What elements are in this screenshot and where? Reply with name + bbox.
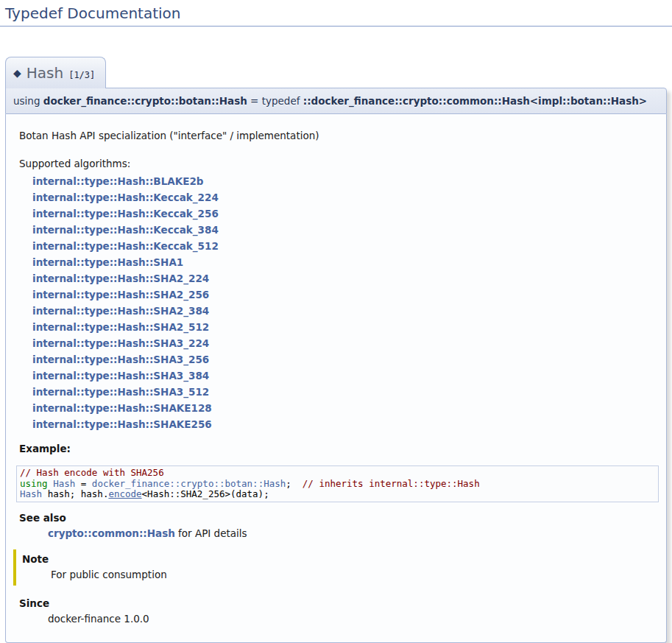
- algorithm-list-item: internal::type::Hash::Keccak_256: [32, 205, 659, 222]
- algorithms-label: Supported algorithms:: [19, 158, 659, 169]
- algorithm-link[interactable]: internal::type::Hash::Keccak_512: [32, 240, 219, 252]
- example-label: Example:: [19, 443, 659, 454]
- algorithm-list-item: internal::type::Hash::SHAKE128: [32, 400, 659, 416]
- algorithm-list-item: internal::type::Hash::Keccak_384: [32, 222, 659, 238]
- code-link[interactable]: Hash: [53, 478, 75, 489]
- member-declaration: using docker_finance::crypto::botan::Has…: [5, 88, 667, 114]
- algorithm-list-item: internal::type::Hash::Keccak_224: [32, 189, 659, 205]
- decl-name-link[interactable]: docker_finance::crypto::botan::Hash: [43, 95, 247, 107]
- algorithm-link[interactable]: internal::type::Hash::SHA2_256: [32, 289, 209, 301]
- algorithm-link[interactable]: internal::type::Hash::SHA1: [32, 256, 183, 268]
- algorithm-link[interactable]: internal::type::Hash::SHA3_384: [32, 370, 209, 382]
- page-title: Typedef Documentation: [0, 0, 672, 27]
- see-also-content: crypto::common::Hash for API details: [48, 527, 659, 539]
- algorithm-link[interactable]: internal::type::Hash::SHA3_256: [32, 354, 209, 365]
- decl-infix: = typedef: [247, 95, 303, 107]
- algorithm-list-item: internal::type::Hash::SHA2_384: [32, 303, 659, 319]
- summary-text: Botan Hash API specialization ("interfac…: [19, 130, 659, 141]
- code-link[interactable]: Hash: [20, 488, 42, 499]
- note-label: Note: [22, 553, 659, 565]
- algorithm-link[interactable]: internal::type::Hash::Keccak_384: [32, 224, 219, 236]
- code-block: // Hash encode with SHA256using Hash = d…: [16, 465, 659, 502]
- example-section: Example:: [19, 443, 659, 454]
- algorithm-link[interactable]: internal::type::Hash::SHA2_224: [32, 273, 209, 284]
- member-item: ◆Hash[1/3] using docker_finance::crypto:…: [5, 57, 667, 643]
- see-also-label: See also: [19, 512, 659, 524]
- algorithm-list-item: internal::type::Hash::SHA1: [32, 254, 659, 270]
- algorithm-list-item: internal::type::Hash::BLAKE2b: [32, 173, 659, 189]
- decl-type-link[interactable]: ::docker_finance::crypto::common::Hash<i…: [303, 95, 647, 107]
- code-line: Hash hash; hash.encode<Hash::SHA2_256>(d…: [20, 489, 655, 500]
- member-tab-title: Hash: [26, 64, 63, 82]
- permalink-diamond-icon[interactable]: ◆: [13, 67, 21, 79]
- note-section: Note For public consumption: [13, 549, 659, 586]
- code-token-plain: ;: [286, 478, 303, 489]
- algorithm-list: internal::type::Hash::BLAKE2binternal::t…: [32, 173, 659, 432]
- member-tab: ◆Hash[1/3]: [5, 57, 106, 88]
- algorithm-link[interactable]: internal::type::Hash::BLAKE2b: [32, 175, 203, 187]
- algorithm-link[interactable]: internal::type::Hash::SHAKE128: [32, 402, 212, 414]
- decl-prefix: using: [13, 95, 43, 107]
- algorithm-list-item: internal::type::Hash::SHA3_512: [32, 384, 659, 400]
- algorithm-list-item: internal::type::Hash::SHA2_512: [32, 319, 659, 335]
- code-token-plain: hash; hash.: [42, 488, 108, 499]
- code-token-comment: // Hash encode with SHA256: [20, 467, 164, 478]
- algorithm-list-item: internal::type::Hash::SHA3_224: [32, 335, 659, 351]
- code-link[interactable]: docker_finance::crypto::botan::Hash: [92, 478, 286, 489]
- code-line: using Hash = docker_finance::crypto::bot…: [20, 479, 655, 490]
- code-token-plain: <Hash::SHA2_256>(data);: [142, 488, 269, 499]
- code-token-comment: // inherits internal::type::Hash: [303, 478, 480, 489]
- algorithm-list-item: internal::type::Hash::SHA2_224: [32, 270, 659, 287]
- algorithm-list-item: internal::type::Hash::SHA2_256: [32, 287, 659, 303]
- since-section: Since docker-finance 1.0.0: [19, 597, 659, 625]
- algorithm-link[interactable]: internal::type::Hash::SHA3_224: [32, 337, 209, 349]
- algorithm-list-item: internal::type::Hash::SHA3_256: [32, 351, 659, 368]
- since-label: Since: [19, 597, 659, 609]
- note-text: For public consumption: [51, 569, 659, 580]
- see-also-link[interactable]: crypto::common::Hash: [48, 527, 175, 539]
- algorithm-list-item: internal::type::Hash::Keccak_512: [32, 238, 659, 254]
- see-also-suffix: for API details: [175, 527, 247, 539]
- member-overload-badge: [1/3]: [68, 70, 95, 80]
- algorithm-link[interactable]: internal::type::Hash::Keccak_256: [32, 208, 219, 219]
- see-also-section: See also crypto::common::Hash for API de…: [19, 512, 659, 539]
- algorithm-link[interactable]: internal::type::Hash::SHA2_512: [32, 321, 209, 333]
- algorithm-link[interactable]: internal::type::Hash::Keccak_224: [32, 192, 219, 203]
- algorithm-link[interactable]: internal::type::Hash::SHA3_512: [32, 386, 209, 398]
- algorithm-link[interactable]: internal::type::Hash::SHA2_384: [32, 305, 209, 317]
- code-token-keyword: using: [20, 478, 48, 489]
- algorithm-link[interactable]: internal::type::Hash::SHAKE256: [32, 418, 212, 430]
- algorithm-list-item: internal::type::Hash::SHAKE256: [32, 416, 659, 432]
- code-line: // Hash encode with SHA256: [20, 468, 655, 479]
- code-link[interactable]: encode: [108, 488, 141, 499]
- algorithm-list-item: internal::type::Hash::SHA3_384: [32, 368, 659, 384]
- member-documentation: Botan Hash API specialization ("interfac…: [5, 114, 667, 643]
- since-text: docker-finance 1.0.0: [48, 613, 659, 625]
- code-token-plain: =: [75, 478, 92, 489]
